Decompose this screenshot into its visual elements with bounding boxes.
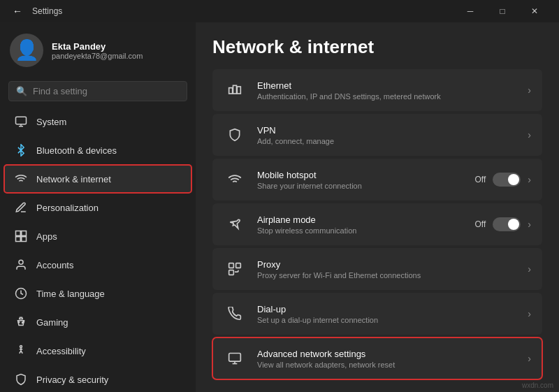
gaming-icon [14,315,28,329]
setting-item-ethernet[interactable]: EthernetAuthentication, IP and DNS setti… [212,69,542,111]
sidebar-item-label-accounts: Accounts [36,260,73,270]
toggle-airplane-mode[interactable] [493,217,521,231]
svg-point-13 [22,322,24,324]
minimize-button[interactable]: ─ [454,0,486,22]
sidebar-item-apps[interactable]: Apps [4,222,191,250]
svg-rect-4 [16,231,21,236]
search-box[interactable]: 🔍 [8,81,187,101]
sidebar-item-network[interactable]: Network & internet [4,165,191,193]
setting-text-advanced-network: Advanced network settingsView all networ… [257,349,516,369]
sidebar-item-accounts[interactable]: Accounts [4,251,191,279]
setting-item-mobile-hotspot[interactable]: Mobile hotspotShare your internet connec… [212,159,542,201]
setting-text-vpn: VPNAdd, connect, manage [257,125,516,145]
content-area: Network & internet EthernetAuthenticatio… [196,22,559,392]
setting-right-ethernet: › [528,85,531,96]
sidebar-item-time[interactable]: Time & language [4,280,191,307]
avatar: 👤 [10,34,43,67]
ethernet-icon [224,79,246,101]
setting-desc-mobile-hotspot: Share your internet connection [257,182,464,190]
chevron-icon-advanced-network: › [528,353,531,364]
setting-right-airplane-mode: Off› [475,217,531,231]
mobile-hotspot-icon [224,168,246,191]
svg-rect-19 [229,263,234,268]
svg-point-8 [19,260,23,264]
setting-name-dial-up: Dial-up [257,304,516,314]
setting-right-mobile-hotspot: Off› [475,173,531,187]
apps-icon [14,229,28,243]
setting-desc-proxy: Proxy server for Wi-Fi and Ethernet conn… [257,271,516,280]
setting-name-advanced-network: Advanced network settings [257,349,516,359]
user-profile[interactable]: 👤 Ekta Pandey pandeyekta78@gmail.com [0,22,196,78]
titlebar-controls: ─ □ ✕ [454,0,551,22]
setting-item-proxy[interactable]: ProxyProxy server for Wi-Fi and Ethernet… [212,248,542,290]
titlebar: ← Settings ─ □ ✕ [0,0,559,22]
maximize-button[interactable]: □ [486,0,518,22]
watermark: wxdn.com [522,382,553,389]
svg-point-14 [20,346,22,348]
svg-rect-7 [22,237,27,242]
setting-text-proxy: ProxyProxy server for Wi-Fi and Ethernet… [257,259,516,280]
back-button[interactable]: ← [8,4,27,18]
setting-item-advanced-network[interactable]: Advanced network settingsView all networ… [212,337,542,379]
setting-name-airplane-mode: Airplane mode [257,215,464,225]
chevron-icon-dial-up: › [528,308,531,319]
setting-item-airplane-mode[interactable]: Airplane modeStop wireless communication… [212,203,542,245]
setting-item-vpn[interactable]: VPNAdd, connect, manage› [212,114,542,156]
setting-text-dial-up: Dial-upSet up a dial-up internet connect… [257,304,516,324]
svg-rect-21 [229,270,234,275]
setting-desc-airplane-mode: Stop wireless communication [257,226,464,235]
advanced-network-icon [224,347,246,370]
setting-desc-advanced-network: View all network adapters, network reset [257,361,516,369]
toggle-mobile-hotspot[interactable] [493,173,521,187]
sidebar-item-label-system: System [36,117,66,127]
sidebar-item-privacy[interactable]: Privacy & security [4,365,191,392]
proxy-icon [224,258,246,280]
bluetooth-icon [14,143,28,157]
setting-text-airplane-mode: Airplane modeStop wireless communication [257,215,464,235]
setting-name-mobile-hotspot: Mobile hotspot [257,170,464,180]
network-icon [14,172,28,186]
user-name: Ekta Pandey [52,41,143,52]
setting-item-dial-up[interactable]: Dial-upSet up a dial-up internet connect… [212,293,542,335]
sidebar-item-label-time: Time & language [36,289,105,299]
search-input[interactable] [33,86,180,96]
setting-name-vpn: VPN [257,125,516,136]
svg-rect-20 [236,263,241,268]
toggle-label-mobile-hotspot: Off [475,175,486,184]
accessibility-icon [14,344,28,358]
nav-list: SystemBluetooth & devicesNetwork & inter… [0,107,196,392]
setting-text-mobile-hotspot: Mobile hotspotShare your internet connec… [257,170,464,190]
user-email: pandeyekta78@gmail.com [52,52,143,60]
accounts-icon [14,258,28,272]
dial-up-icon [224,303,246,325]
setting-right-vpn: › [528,129,531,140]
setting-right-proxy: › [528,263,531,275]
svg-rect-17 [237,87,240,94]
sidebar-item-accessibility[interactable]: Accessibility [4,337,191,365]
svg-rect-22 [229,354,241,362]
sidebar-item-personalization[interactable]: Personalization [4,194,191,222]
personalization-icon [14,201,28,215]
sidebar-item-bluetooth[interactable]: Bluetooth & devices [4,136,191,164]
settings-list: EthernetAuthentication, IP and DNS setti… [212,69,542,379]
user-info: Ekta Pandey pandeyekta78@gmail.com [52,41,143,60]
titlebar-title: Settings [32,6,62,16]
sidebar-item-label-bluetooth: Bluetooth & devices [36,145,117,156]
toggle-label-airplane-mode: Off [475,219,486,229]
svg-rect-15 [229,88,233,94]
svg-rect-0 [16,117,27,124]
toggle-knob-mobile-hotspot [508,174,519,185]
chevron-icon-vpn: › [528,129,531,140]
close-button[interactable]: ✕ [518,0,551,22]
page-title: Network & internet [212,36,542,58]
sidebar-item-system[interactable]: System [4,108,191,136]
chevron-icon-proxy: › [528,263,531,275]
sidebar-item-label-personalization: Personalization [36,203,99,213]
airplane-mode-icon [224,213,246,235]
sidebar-item-label-privacy: Privacy & security [36,375,108,385]
svg-rect-5 [22,231,27,236]
chevron-icon-mobile-hotspot: › [528,174,531,185]
setting-right-dial-up: › [528,308,531,319]
sidebar-item-gaming[interactable]: Gaming [4,308,191,336]
setting-desc-ethernet: Authentication, IP and DNS settings, met… [257,92,516,101]
